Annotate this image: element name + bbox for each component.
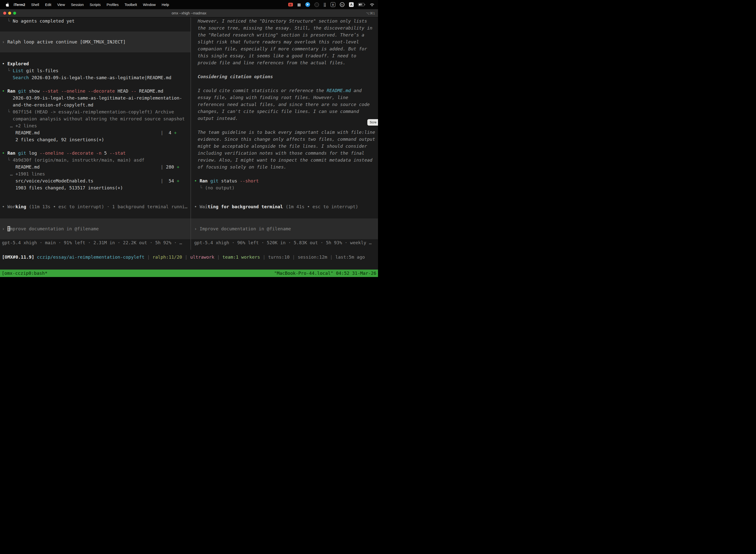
text-segment — [34, 255, 37, 260]
text-segment: › — [2, 39, 7, 44]
model-status-line-right: gpt-5.4 xhigh · 96% left · 520K in · 5.8… — [194, 239, 376, 246]
git-show-file-line-2: and-the-erosion-of-copyleft.md — [2, 102, 189, 108]
spacer — [194, 66, 376, 73]
menu-edit[interactable]: Edit — [45, 3, 51, 7]
terminal: └ No agents completed yet › Ralph loop a… — [0, 17, 378, 277]
right-pane[interactable]: However, I noticed the "Directory Struct… — [191, 17, 378, 250]
text-segment: Ralph loop active continue [OMX_TMUX_INJ… — [7, 39, 126, 44]
left-pane-bottom: • Working (11m 13s • esc to interrupt) ·… — [2, 203, 189, 250]
text-segment: List — [13, 68, 23, 73]
text-segment: README.md — [139, 88, 164, 94]
git-show-more-line: … +2 lines — [2, 122, 189, 129]
text-segment: log — [29, 151, 40, 156]
text-segment: -n — [96, 151, 104, 156]
menu-window[interactable]: Window — [143, 3, 156, 7]
text-segment: No agents completed yet — [13, 18, 74, 23]
paper-plane-icon — [307, 3, 309, 6]
menu-scripts[interactable]: Scripts — [90, 3, 101, 7]
dark-circle-app-icon[interactable] — [315, 2, 319, 7]
prompt-input-left[interactable]: › Improve documentation in @filename — [0, 218, 190, 239]
text-segment: last:5m ago — [335, 255, 365, 260]
spacer — [2, 143, 189, 150]
text-segment: Considering citation options — [198, 74, 273, 79]
text-segment: └ — [2, 68, 13, 73]
screen-recording-icon[interactable] — [288, 3, 293, 6]
text-segment: Improve documentation in @filename — [200, 226, 291, 231]
tmux-session-label[interactable]: [omx-cczip0:bash* — [2, 270, 47, 277]
close-button[interactable] — [3, 12, 6, 15]
text-segment: ralph:11/20 — [152, 255, 182, 260]
git-log-stat-line-2: src/voice/voiceModeEnabled.ts | 54 + — [2, 177, 189, 184]
text-segment: Wai — [200, 204, 208, 209]
menu-session[interactable]: Session — [71, 3, 84, 7]
text-segment: 4 — [163, 130, 174, 135]
macos-menu-bar: iTerm2 Shell Edit View Session Scripts P… — [0, 0, 378, 9]
ralph-loop-text: › Ralph loop active continue [OMX_TMUX_I… — [2, 39, 189, 45]
prompt-input-left-text: › Improve documentation in @filename — [2, 225, 189, 232]
spacer — [2, 210, 189, 218]
explored-header: • Explored — [2, 60, 189, 67]
explored-list-line: └ List git ls-files — [2, 67, 189, 74]
screen-overlay-chip[interactable]: Scre — [367, 119, 378, 126]
prompt-input-right[interactable]: › Improve documentation in @filename — [191, 218, 378, 239]
reasoning-paragraph-2: I could cite commit statistics or refere… — [198, 87, 376, 122]
git-show-commit-line: └ 067f154 (HEAD -> essay/ai-reimplementa… — [2, 108, 189, 115]
text-segment: | — [290, 255, 298, 260]
text-segment: -- — [131, 88, 139, 94]
text-segment: • — [2, 204, 7, 209]
spacer — [2, 81, 189, 88]
menu-shell[interactable]: Shell — [31, 3, 39, 7]
text-segment: + — [177, 178, 179, 183]
menu-toolbelt[interactable]: Toolbelt — [125, 3, 137, 7]
menu-help[interactable]: Help — [162, 3, 169, 7]
input-source-icon[interactable]: A — [349, 2, 354, 7]
window-shortcut-label: ⌥⌘1 — [366, 11, 378, 15]
spacer — [2, 52, 189, 60]
text-segment: git ls-files — [23, 68, 59, 73]
apple-logo — [5, 2, 9, 7]
grid-icon[interactable]: ▦ — [297, 2, 301, 7]
text-segment: Explored — [7, 61, 29, 66]
battery-nub — [365, 4, 365, 5]
text-segment: --oneline --decorate — [40, 151, 96, 156]
waiting-status-line: • Waiting for background terminal (1m 41… — [194, 203, 376, 210]
wifi-icon[interactable] — [370, 3, 375, 6]
reasoning-paragraph-3: The team guideline is to back every impo… — [198, 129, 376, 170]
text-segment — [2, 75, 13, 80]
text-segment: 067f154 (HEAD -> essay/ai-reimplementati… — [13, 109, 174, 114]
text-segment: src/voice/voiceModeEnabled.ts — [2, 178, 161, 183]
apple-menu-icon[interactable] — [5, 2, 9, 7]
left-pane[interactable]: └ No agents completed yet › Ralph loop a… — [0, 17, 190, 250]
blue-app-icon[interactable] — [305, 2, 310, 7]
zoom-button[interactable] — [13, 12, 16, 15]
text-segment: Ran — [7, 88, 18, 94]
menu-iterm2[interactable]: iTerm2 — [14, 3, 25, 7]
text-segment: cczip/essay/ai-reimplementation-copyleft — [37, 255, 144, 260]
dots-grid-icon[interactable]: ⣿ — [323, 2, 326, 7]
tmux-panes: └ No agents completed yet › Ralph loop a… — [0, 17, 378, 250]
text-segment: └ — [194, 185, 205, 190]
text-segment: | — [161, 130, 163, 135]
text-segment: | — [327, 255, 335, 260]
git-status-output-line: └ (no output) — [194, 184, 376, 191]
menu-view[interactable]: View — [57, 3, 65, 7]
text-segment: | — [144, 255, 152, 260]
text-segment: and-the-erosion-of-copyleft.md — [2, 102, 93, 107]
spacer — [194, 122, 376, 129]
traffic-lights — [0, 12, 16, 15]
text-segment: 5 — [104, 151, 110, 156]
text-segment: Ran — [7, 151, 18, 156]
keycap-8-icon[interactable]: 8 — [331, 2, 335, 7]
menu-profiles[interactable]: Profiles — [107, 3, 119, 7]
text-segment: … +1901 lines — [2, 171, 45, 176]
battery-icon[interactable] — [358, 3, 365, 6]
git-log-commit-line: └ 4b9d30f (origin/main, instructkr/main,… — [2, 157, 189, 164]
text-segment: --stat — [110, 151, 126, 156]
minimize-button[interactable] — [8, 12, 11, 15]
text-segment: | — [260, 255, 268, 260]
gauge-icon[interactable]: 61 — [340, 2, 344, 7]
window-title-bar[interactable]: omx --xhigh --madmax ⌥⌘1 — [0, 9, 378, 17]
text-segment: 280 — [163, 164, 177, 170]
text-segment: I — [7, 226, 10, 231]
battery-body — [358, 3, 364, 6]
